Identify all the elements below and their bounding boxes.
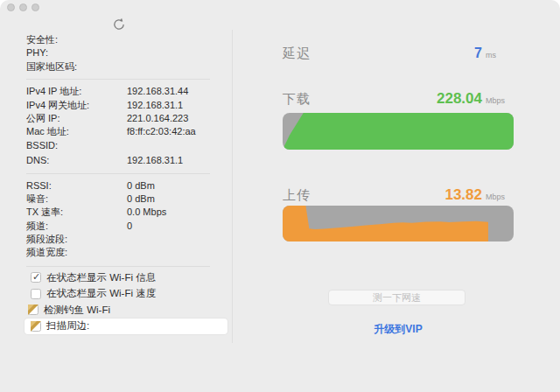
upgrade-vip-link[interactable]: 升级到VIP <box>283 322 514 337</box>
latency-unit: ms <box>482 51 514 60</box>
info-row: IPv4 网关地址:192.168.31.1 <box>26 99 217 112</box>
info-row: 国家地区码: <box>26 60 217 74</box>
info-value: 0 dBm <box>127 179 217 192</box>
info-label: 安全性: <box>26 33 127 46</box>
divider <box>26 173 210 174</box>
info-value <box>127 139 217 152</box>
info-value: 0 <box>127 220 217 233</box>
info-row: 噪音:0 dBm <box>26 192 217 206</box>
info-row: 公网 IP:221.0.164.223 <box>26 112 217 125</box>
info-label: IPv4 网关地址: <box>26 99 127 112</box>
info-label: Mac 地址: <box>26 125 127 138</box>
info-label: RSSI: <box>26 179 127 192</box>
info-label: PHY: <box>26 46 127 60</box>
info-label: DNS: <box>26 154 127 167</box>
checkbox-label: 在状态栏显示 Wi-Fi 速度 <box>46 287 156 300</box>
check-icon: ✓ <box>32 271 40 283</box>
download-chart <box>283 113 514 150</box>
checkbox-label: 检测钓鱼 Wi-Fi <box>44 304 110 317</box>
zoom-button[interactable] <box>32 4 39 11</box>
divider <box>26 79 210 80</box>
info-label: 噪音: <box>26 192 127 206</box>
info-row: BSSID: <box>26 139 217 152</box>
info-row: 安全性: <box>26 33 217 46</box>
network-info-panel: 安全性: PHY: 国家地区码: IPv4 IP 地址:192.168.31.4… <box>26 33 217 272</box>
checkbox-vip[interactable] <box>31 321 41 332</box>
latency-value: 7 <box>474 46 482 61</box>
checkbox-row-phishing[interactable]: 检测钓鱼 Wi-Fi <box>24 302 228 318</box>
info-value: 221.0.164.223 <box>127 112 217 125</box>
latency-label: 延迟 <box>283 46 311 62</box>
upload-unit: Mbps <box>482 192 514 201</box>
info-value: 192.168.31.44 <box>127 85 217 98</box>
info-value: 192.168.31.1 <box>127 154 217 167</box>
info-row: 频道宽度: <box>26 246 217 259</box>
refresh-icon[interactable] <box>111 17 127 32</box>
info-value: f8:ff:c2:03:42:aa <box>127 125 217 138</box>
info-label: IPv4 IP 地址: <box>26 85 127 98</box>
info-row: Mac 地址:f8:ff:c2:03:42:aa <box>26 125 217 138</box>
info-label: BSSID: <box>26 139 127 152</box>
info-value <box>127 46 217 60</box>
checkbox-label: 扫描周边: <box>46 319 89 332</box>
download-row: 下载 228.04 Mbps <box>283 90 514 108</box>
info-value <box>127 246 217 259</box>
close-button[interactable] <box>7 4 15 11</box>
checkbox-row-wifi-info[interactable]: ✓ 在状态栏显示 Wi-Fi 信息 <box>24 270 228 286</box>
info-value: 192.168.31.1 <box>127 99 217 112</box>
info-value <box>127 233 217 246</box>
latency-row: 延迟 7 ms <box>283 46 514 62</box>
checkbox[interactable] <box>31 289 41 299</box>
vip-corner-icon <box>31 321 42 332</box>
info-label: 频段波段: <box>26 233 127 246</box>
checkbox[interactable]: ✓ <box>31 272 41 283</box>
upload-chart <box>283 206 514 242</box>
info-row: PHY: <box>26 46 217 60</box>
info-row: TX 速率:0.0 Mbps <box>26 206 217 219</box>
download-value: 228.04 <box>437 90 482 108</box>
info-label: 频道: <box>26 220 127 233</box>
download-unit: Mbps <box>482 96 514 105</box>
vertical-divider <box>232 30 233 343</box>
info-label: TX 速率: <box>26 206 127 219</box>
info-row: 频段波段: <box>26 233 217 246</box>
upload-label: 上传 <box>283 187 311 204</box>
checkbox-row-wifi-speed[interactable]: 在状态栏显示 Wi-Fi 速度 <box>24 286 228 303</box>
info-row: DNS:192.168.31.1 <box>26 154 217 167</box>
vip-corner-icon <box>28 304 39 316</box>
info-value: 0.0 Mbps <box>127 206 217 219</box>
options-panel: ✓ 在状态栏显示 Wi-Fi 信息 在状态栏显示 Wi-Fi 速度 检测钓鱼 W… <box>24 270 228 334</box>
download-label: 下载 <box>283 91 311 108</box>
checkbox-vip[interactable] <box>28 304 38 315</box>
upload-value: 13.82 <box>444 186 482 204</box>
info-label: 频道宽度: <box>26 246 127 259</box>
checkbox-row-scan-nearby[interactable]: 扫描周边: <box>24 318 228 335</box>
info-row: RSSI:0 dBm <box>26 179 217 192</box>
divider <box>26 266 210 267</box>
info-label: 国家地区码: <box>26 60 127 74</box>
speed-test-button[interactable]: 测一下网速 <box>328 290 466 305</box>
info-value: 0 dBm <box>127 192 217 206</box>
info-label: 公网 IP: <box>26 112 127 125</box>
info-row: IPv4 IP 地址:192.168.31.44 <box>26 85 217 98</box>
app-window: 安全性: PHY: 国家地区码: IPv4 IP 地址:192.168.31.4… <box>0 0 560 392</box>
info-row: 频道:0 <box>26 220 217 233</box>
upload-row: 上传 13.82 Mbps <box>283 186 514 204</box>
minimize-button[interactable] <box>19 4 27 11</box>
info-value <box>127 33 217 46</box>
checkbox-label: 在状态栏显示 Wi-Fi 信息 <box>46 271 156 284</box>
info-value <box>127 60 217 74</box>
